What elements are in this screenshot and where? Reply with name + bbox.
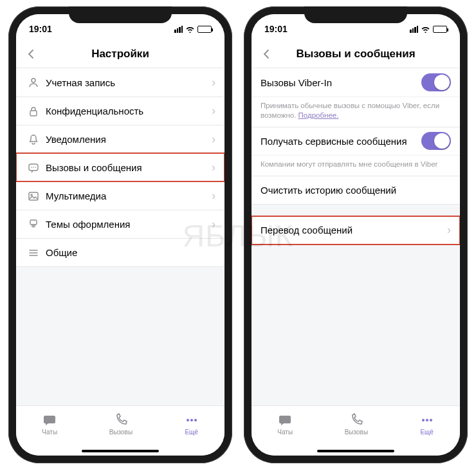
chat-icon <box>42 413 57 427</box>
tab-label: Чаты <box>42 429 57 436</box>
svg-point-5 <box>35 167 36 168</box>
chevron-right-icon: › <box>212 104 215 118</box>
chat-icon <box>25 162 42 174</box>
svg-rect-8 <box>30 220 37 225</box>
tab-calls[interactable]: Вызовы <box>345 413 368 436</box>
tab-chats[interactable]: Чаты <box>277 413 293 436</box>
row-label: Очистить историю сообщений <box>261 185 451 196</box>
toggle-viber-in[interactable] <box>421 73 451 91</box>
svg-point-7 <box>31 194 32 195</box>
tab-bar: Чаты Вызовы Ещё <box>252 405 460 447</box>
svg-point-4 <box>33 167 34 168</box>
row-translate-messages[interactable]: Перевод сообщений › <box>252 216 460 245</box>
row-label: Уведомления <box>42 134 212 145</box>
svg-point-3 <box>31 167 32 168</box>
phone-icon <box>114 413 128 427</box>
page-title: Настройки <box>91 48 149 60</box>
row-label: Общие <box>42 247 215 258</box>
person-icon <box>25 77 42 88</box>
svg-point-11 <box>194 419 197 421</box>
chevron-right-icon: › <box>212 133 215 146</box>
image-icon <box>25 190 42 202</box>
svg-rect-1 <box>30 111 37 116</box>
row-clear-history[interactable]: Очистить историю сообщений <box>252 176 460 204</box>
page-title: Вызовы и сообщения <box>296 48 415 60</box>
calls-messages-list: Вызовы Viber-In Принимать обычные вызовы… <box>252 68 460 405</box>
row-notifications[interactable]: Уведомления › <box>16 125 224 153</box>
phone-icon <box>349 413 363 427</box>
chevron-right-icon: › <box>212 76 215 89</box>
row-label: Мультимедиа <box>42 190 212 201</box>
header: Вызовы и сообщения <box>252 40 460 68</box>
phone-right: 19:01 Вызовы и сообщения Вызовы Viber-In <box>244 6 468 463</box>
tab-calls[interactable]: Вызовы <box>109 413 133 436</box>
tab-bar: Чаты Вызовы Ещё <box>16 405 224 447</box>
row-label: Перевод сообщений <box>261 225 447 236</box>
svg-point-10 <box>190 419 193 421</box>
svg-point-14 <box>430 419 432 421</box>
back-button[interactable] <box>257 46 277 62</box>
wifi-icon <box>185 26 195 33</box>
header: Настройки <box>16 40 224 68</box>
wifi-icon <box>421 26 430 33</box>
notch <box>69 6 172 23</box>
viber-in-desc: Принимать обычные вызовы с помощью Viber… <box>252 97 460 127</box>
svg-point-0 <box>32 78 35 82</box>
tab-label: Вызовы <box>109 429 133 436</box>
menu-icon <box>25 247 42 259</box>
settings-list: Учетная запись › Конфиденциальность › Ув… <box>16 68 224 405</box>
learn-more-link[interactable]: Подробнее. <box>298 111 339 119</box>
row-label: Получать сервисные сообщения <box>261 136 421 147</box>
tab-more[interactable]: Ещё <box>185 413 199 436</box>
svg-rect-6 <box>29 192 38 200</box>
row-label: Темы оформления <box>42 219 212 230</box>
svg-point-13 <box>426 419 428 421</box>
row-label: Вызовы Viber-In <box>261 77 421 88</box>
chevron-right-icon: › <box>212 189 215 203</box>
back-button[interactable] <box>21 46 42 62</box>
signal-icon <box>174 26 183 33</box>
svg-point-9 <box>187 419 189 421</box>
battery-icon <box>197 26 212 33</box>
row-media[interactable]: Мультимедиа › <box>16 181 224 210</box>
tab-label: Чаты <box>277 429 293 436</box>
row-viber-in[interactable]: Вызовы Viber-In <box>252 68 460 97</box>
more-icon <box>420 413 434 427</box>
svg-point-12 <box>422 419 425 421</box>
more-icon <box>185 413 199 427</box>
chevron-right-icon: › <box>212 217 215 231</box>
chevron-right-icon: › <box>212 161 215 174</box>
lock-icon <box>25 106 42 117</box>
row-account[interactable]: Учетная запись › <box>16 68 224 97</box>
row-label: Конфиденциальность <box>42 106 212 116</box>
home-indicator <box>16 447 224 456</box>
row-themes[interactable]: Темы оформления › <box>16 210 224 238</box>
row-label: Учетная запись <box>42 77 212 88</box>
row-privacy[interactable]: Конфиденциальность › <box>16 97 224 125</box>
notch <box>304 6 407 23</box>
tab-chats[interactable]: Чаты <box>42 413 57 436</box>
battery-icon <box>433 26 447 33</box>
row-label: Вызовы и сообщения <box>42 162 212 173</box>
chat-icon <box>278 413 292 427</box>
home-indicator <box>252 447 460 456</box>
bell-icon <box>25 134 42 145</box>
signal-icon <box>410 26 418 33</box>
tab-label: Ещё <box>420 429 433 436</box>
status-time: 19:01 <box>264 24 288 34</box>
service-messages-desc: Компании могут отправлять мне сообщения … <box>252 155 460 176</box>
status-time: 19:01 <box>29 24 52 34</box>
tab-label: Ещё <box>185 429 197 436</box>
chevron-right-icon: › <box>447 223 451 237</box>
tab-label: Вызовы <box>345 429 368 436</box>
row-general[interactable]: Общие <box>16 238 224 266</box>
phone-left: 19:01 Настройки Учетная запись › <box>8 6 232 463</box>
row-calls-messages[interactable]: Вызовы и сообщения › <box>16 153 224 181</box>
row-service-messages[interactable]: Получать сервисные сообщения <box>252 127 460 155</box>
brush-icon <box>25 219 42 230</box>
toggle-service-messages[interactable] <box>421 132 451 150</box>
tab-more[interactable]: Ещё <box>420 413 434 436</box>
